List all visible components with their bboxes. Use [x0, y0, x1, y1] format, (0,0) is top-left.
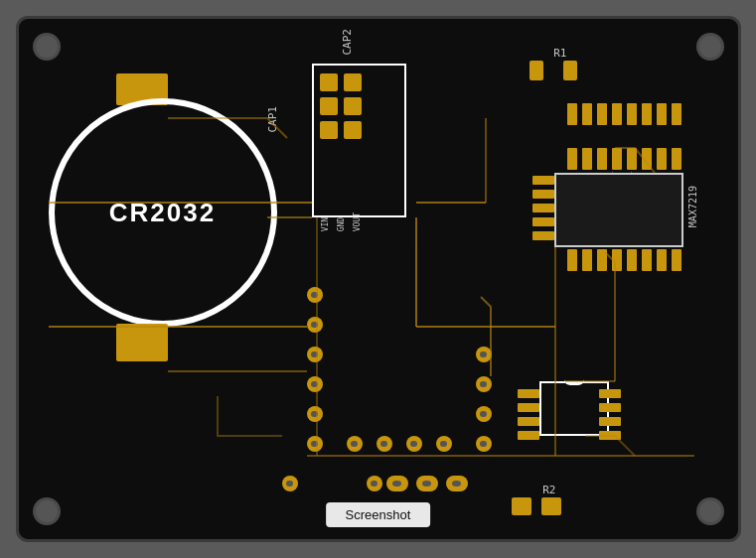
ic-pins-left	[532, 176, 554, 240]
cap2-pin-labels: VIN GND VOUT	[319, 212, 365, 231]
via	[347, 436, 363, 452]
corner-hole-tl	[33, 33, 61, 61]
ic-pin	[518, 417, 539, 426]
via	[307, 347, 323, 362]
r2-pad	[541, 497, 561, 515]
corner-hole-tr	[696, 33, 724, 61]
via	[307, 406, 323, 422]
cap1-label: CAP1	[265, 106, 278, 133]
ic-pin	[532, 190, 554, 199]
cap2-label: CAP2	[340, 29, 353, 56]
ic-pin	[567, 249, 577, 271]
r1-pad	[529, 61, 543, 80]
ic-pin	[627, 148, 637, 170]
battery-holder: CR2032	[49, 98, 277, 327]
cap2-pad	[320, 73, 338, 91]
via-pad	[416, 476, 438, 491]
via	[307, 287, 323, 303]
small-box-pins-left	[518, 389, 539, 440]
ic-pin	[582, 148, 592, 170]
ic-pin	[597, 148, 607, 170]
ic-pin	[672, 148, 681, 170]
via	[282, 476, 298, 491]
r1-pads	[529, 61, 577, 80]
small-box-pins-right	[599, 389, 621, 440]
ic-pins-bottom	[567, 249, 681, 271]
ic-pin	[672, 249, 681, 271]
gnd-label: GND	[335, 212, 349, 231]
ic-pin	[657, 103, 667, 125]
ic-pin	[657, 249, 667, 271]
ic-pin	[642, 148, 652, 170]
ic-pin	[627, 103, 637, 125]
r2-label: R2	[542, 484, 555, 496]
battery-tab-bottom	[116, 324, 168, 361]
cap2-pad	[320, 121, 338, 139]
via	[367, 476, 382, 491]
ic-pin	[657, 148, 667, 170]
ic-pin	[532, 231, 554, 240]
cap2-pad	[344, 97, 362, 115]
cap2-pad	[344, 121, 362, 139]
vin-label: VIN	[319, 212, 333, 231]
cap2-pads	[320, 73, 362, 139]
via	[476, 436, 492, 452]
ic-pin	[597, 103, 607, 125]
via	[307, 376, 323, 392]
ic-pin	[518, 403, 539, 412]
ic-pin	[597, 249, 607, 271]
battery-label: CR2032	[109, 198, 216, 228]
ic-pin	[599, 403, 621, 412]
via	[476, 376, 492, 392]
via	[476, 347, 492, 362]
ic-pin	[599, 417, 621, 426]
ic-pin	[612, 103, 622, 125]
ic-chip	[554, 173, 683, 247]
ic-pin	[599, 431, 621, 440]
r2-pads	[512, 497, 561, 515]
ic-connector-pins-top	[567, 103, 681, 125]
screenshot-button[interactable]: Screenshot	[326, 502, 431, 527]
pcb-board: CR2032 CAP1 CAP2 VIN GND VOUT R1	[16, 16, 741, 542]
cap2-pad	[344, 73, 362, 91]
via-pad	[446, 476, 468, 491]
ic-pin	[642, 249, 652, 271]
ic-pin	[582, 249, 592, 271]
ic-pin	[672, 103, 681, 125]
ic-pin	[627, 249, 637, 271]
via	[406, 436, 422, 452]
corner-hole-bl	[33, 497, 61, 525]
via	[436, 436, 452, 452]
ic-pin	[532, 204, 554, 212]
ic-pin	[532, 176, 554, 185]
ic-pin	[599, 389, 621, 398]
ic-pin	[567, 103, 577, 125]
ic-label: MAX7219	[687, 186, 698, 227]
ic-pin	[582, 103, 592, 125]
via	[307, 436, 323, 452]
via-pad	[386, 476, 408, 491]
ic-pin	[518, 431, 539, 440]
via	[476, 406, 492, 422]
ic-pins-top	[567, 148, 681, 170]
r2-pad	[512, 497, 531, 515]
ic-pin	[532, 217, 554, 226]
corner-hole-br	[696, 497, 724, 525]
ic-pin	[612, 249, 622, 271]
via	[377, 436, 392, 452]
vout-label: VOUT	[351, 212, 365, 231]
ic-pin	[612, 148, 622, 170]
cap2-pad	[320, 97, 338, 115]
r1-pad	[563, 61, 577, 80]
via	[307, 317, 323, 333]
ic-pin	[642, 103, 652, 125]
ic-pin	[518, 389, 539, 398]
r1-label: R1	[553, 47, 566, 60]
ic-pin	[567, 148, 577, 170]
